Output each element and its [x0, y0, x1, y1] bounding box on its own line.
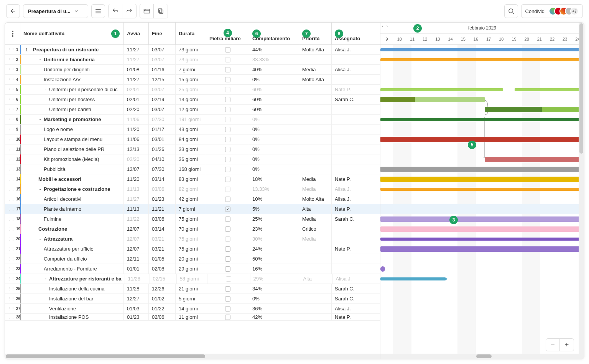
task-priority[interactable] [299, 115, 332, 124]
task-completion[interactable]: 29% [250, 274, 300, 284]
task-name-cell[interactable]: Layout e stampa dei menu [20, 134, 124, 144]
task-name-cell[interactable]: Ventilazione [20, 304, 124, 313]
task-assigned[interactable] [332, 134, 366, 144]
task-assigned[interactable]: Sarah C. [332, 214, 366, 224]
row-comment[interactable] [21, 224, 31, 234]
milestone-checkbox[interactable] [225, 67, 230, 72]
row-handle[interactable]: ⋮⋮6 [5, 95, 20, 104]
row-handle[interactable]: ⋮⋮18 [5, 214, 20, 224]
task-row[interactable]: ⋮⋮27Ventilazione01/0301/2214 giorni36%Al… [5, 304, 380, 314]
task-name-cell[interactable]: Attrezzature per ufficio [20, 244, 124, 254]
grid-hscroll[interactable] [5, 354, 380, 359]
row-comment[interactable] [21, 204, 31, 214]
task-completion[interactable]: 60% [249, 85, 299, 94]
task-start[interactable]: 12/07 [124, 244, 149, 254]
task-completion[interactable]: 40% [249, 65, 299, 74]
task-completion[interactable]: 50% [249, 254, 299, 264]
task-milestone[interactable] [206, 184, 249, 194]
task-milestone[interactable] [206, 75, 249, 84]
header-end[interactable]: Fine [149, 23, 176, 44]
row-handle[interactable]: ⋮⋮15 [5, 184, 20, 194]
task-name-cell[interactable]: Articoli decorativi [20, 194, 124, 204]
milestone-checkbox[interactable] [225, 286, 230, 292]
task-priority[interactable]: Alta [299, 204, 332, 214]
task-assigned[interactable] [332, 105, 366, 114]
task-row[interactable]: ⋮⋮28Installazione POS01/2302/0611 giorni… [5, 314, 380, 321]
gantt-bar[interactable] [485, 157, 580, 162]
task-assigned[interactable] [332, 55, 366, 64]
task-name-cell[interactable]: -Marketing e promozione [20, 115, 124, 124]
task-milestone[interactable] [207, 274, 250, 284]
task-priority[interactable] [299, 95, 332, 104]
task-milestone[interactable] [206, 144, 249, 154]
task-end[interactable]: 07/30 [149, 115, 176, 124]
milestone-checkbox[interactable] [225, 236, 230, 242]
task-end[interactable]: 03/07 [149, 85, 176, 94]
task-end[interactable]: 03/21 [149, 234, 176, 244]
gantt-row[interactable] [380, 254, 584, 264]
row-handle[interactable]: ⋮⋮3 [5, 65, 20, 74]
task-name-cell[interactable]: Kit promozionale (Media) [20, 154, 124, 164]
task-milestone[interactable] [206, 254, 249, 264]
task-end[interactable]: 01/22 [149, 304, 176, 313]
grid-body[interactable]: ⋮⋮11Preapertura di un ristorante11/2703/… [5, 45, 380, 359]
task-name[interactable]: Fulmine [31, 214, 123, 224]
gantt-row[interactable] [380, 154, 584, 164]
menu-button[interactable] [91, 4, 105, 18]
row-comment[interactable] [21, 164, 31, 174]
header-priority[interactable]: 7 Priorità [299, 23, 332, 44]
task-duration[interactable]: 33 giorni [176, 144, 206, 154]
task-start[interactable]: 11/20 [124, 174, 149, 184]
gantt-row[interactable] [380, 65, 584, 75]
gantt-bar[interactable] [485, 107, 580, 112]
task-milestone[interactable] [206, 45, 249, 54]
task-assigned[interactable]: Sarah C. [332, 95, 366, 104]
task-milestone[interactable] [206, 294, 249, 303]
task-row[interactable]: ⋮⋮20-Attrezzatura12/0703/2175 giorni30%M… [5, 234, 380, 244]
task-start[interactable]: 01/23 [124, 314, 149, 320]
row-comment[interactable] [21, 144, 31, 154]
task-assigned[interactable]: Nate P. [332, 244, 366, 254]
task-assigned[interactable]: Sarah C. [332, 294, 366, 303]
header-duration[interactable]: Durata [176, 23, 206, 44]
task-milestone[interactable] [206, 154, 249, 164]
task-name[interactable]: Installazione del bar [31, 294, 123, 303]
gantt-bar[interactable] [380, 188, 580, 191]
row-handle[interactable]: ⋮⋮11 [5, 144, 20, 154]
row-comment[interactable]: 1 [21, 45, 31, 54]
milestone-checkbox[interactable] [225, 197, 230, 202]
task-name-cell[interactable]: Uniformi per baristi [20, 105, 124, 114]
task-duration[interactable]: 83 giorni [176, 174, 206, 184]
task-end[interactable]: 03/14 [149, 224, 176, 234]
task-name-cell[interactable]: Installazione POS [20, 314, 124, 320]
task-assigned[interactable]: Nate P. [332, 314, 366, 320]
task-duration[interactable]: 84 giorni [176, 134, 206, 144]
gantt-row[interactable] [380, 284, 584, 294]
task-name-cell[interactable]: Uniformi per hostess [20, 95, 124, 104]
milestone-checkbox[interactable] [225, 137, 230, 142]
task-duration[interactable]: 75 giorni [176, 234, 206, 244]
task-priority[interactable]: Media [299, 214, 332, 224]
task-name[interactable]: Uniformi per hostess [31, 95, 123, 104]
task-name[interactable]: Layout e stampa dei menu [31, 134, 123, 144]
task-name-cell[interactable]: Pubblicità [20, 164, 124, 174]
task-row[interactable]: ⋮⋮7Uniformi per baristi02/2003/0712 gior… [5, 105, 380, 115]
task-milestone[interactable] [206, 284, 249, 293]
task-milestone[interactable]: ✓ [206, 204, 249, 214]
task-completion[interactable]: 34% [249, 284, 299, 293]
task-end[interactable]: 02/15 [150, 274, 177, 284]
splitter-handle[interactable]: ⋮⋮ [380, 190, 381, 199]
task-start[interactable]: 11/13 [124, 204, 149, 214]
task-name[interactable]: Mobili e accessori [31, 174, 123, 184]
gantt-hscroll[interactable] [380, 354, 584, 359]
gantt-bar[interactable] [380, 226, 580, 232]
row-comment[interactable] [21, 184, 31, 194]
task-name[interactable]: Installazione POS [31, 314, 123, 320]
gantt-row[interactable] [380, 294, 584, 304]
task-priority[interactable]: Alta [300, 274, 333, 284]
task-priority[interactable]: Molto Alta [299, 194, 332, 204]
task-completion[interactable]: 24% [249, 244, 299, 254]
gantt-row[interactable] [380, 164, 584, 174]
task-name[interactable]: Installazione A/V [31, 75, 123, 84]
task-milestone[interactable] [206, 304, 249, 313]
